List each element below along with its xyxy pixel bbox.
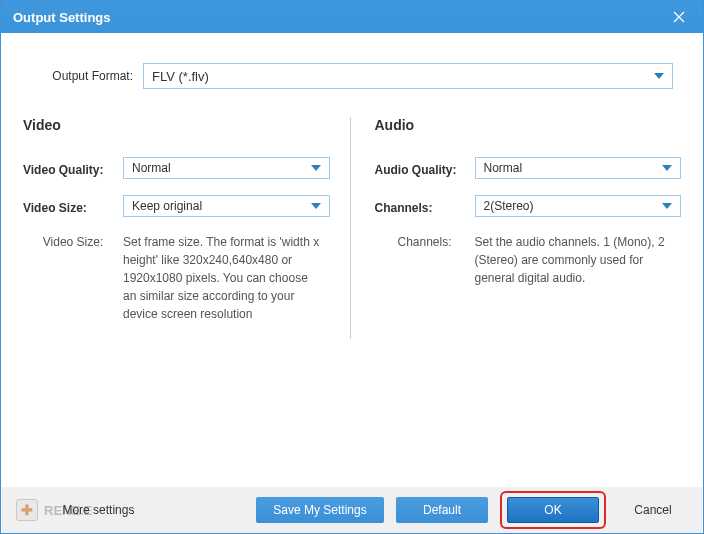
audio-section: Audio Audio Quality: Normal Channels: 2(… — [350, 117, 682, 339]
close-icon — [673, 11, 685, 23]
settings-columns: Video Video Quality: Normal Video Size: … — [23, 117, 681, 339]
video-size-select[interactable]: Keep original — [123, 195, 330, 217]
chevron-down-icon — [662, 203, 672, 209]
output-format-row: Output Format: FLV (*.flv) — [23, 63, 681, 89]
video-section: Video Video Quality: Normal Video Size: … — [23, 117, 350, 339]
video-heading: Video — [23, 117, 330, 133]
footer-buttons: Save My Settings Default OK Cancel — [256, 491, 688, 529]
video-quality-select[interactable]: Normal — [123, 157, 330, 179]
cancel-button[interactable]: Cancel — [618, 497, 688, 523]
channels-label: Channels: — [375, 197, 475, 215]
channels-description-row: Channels: Set the audio channels. 1 (Mon… — [375, 233, 682, 287]
chevron-down-icon — [654, 73, 664, 79]
video-size-description-row: Video Size: Set frame size. The format i… — [23, 233, 330, 323]
audio-quality-row: Audio Quality: Normal — [375, 157, 682, 179]
audio-quality-select[interactable]: Normal — [475, 157, 682, 179]
output-format-label: Output Format: — [23, 69, 143, 83]
channels-desc-text: Set the audio channels. 1 (Mono), 2 (Ste… — [475, 233, 682, 287]
chevron-down-icon — [311, 203, 321, 209]
ok-highlight: OK — [500, 491, 606, 529]
titlebar: Output Settings — [1, 1, 703, 33]
video-quality-label: Video Quality: — [23, 159, 123, 177]
output-format-select[interactable]: FLV (*.flv) — [143, 63, 673, 89]
video-size-row: Video Size: Keep original — [23, 195, 330, 217]
audio-quality-label: Audio Quality: — [375, 159, 475, 177]
video-size-label: Video Size: — [23, 197, 123, 215]
channels-desc-label: Channels: — [375, 233, 475, 249]
video-size-desc-text: Set frame size. The format is 'width x h… — [123, 233, 330, 323]
video-quality-value: Normal — [132, 161, 171, 175]
more-settings-link[interactable]: More settings — [62, 503, 134, 517]
channels-row: Channels: 2(Stereo) — [375, 195, 682, 217]
close-button[interactable] — [655, 1, 703, 33]
content-area: Output Format: FLV (*.flv) Video Video Q… — [1, 33, 703, 339]
chevron-down-icon — [311, 165, 321, 171]
default-button[interactable]: Default — [396, 497, 488, 523]
chevron-down-icon — [662, 165, 672, 171]
output-format-value: FLV (*.flv) — [152, 69, 209, 84]
save-my-settings-button[interactable]: Save My Settings — [256, 497, 384, 523]
footer-bar: ✚ RENE.E More settings Save My Settings … — [2, 487, 702, 533]
audio-heading: Audio — [375, 117, 682, 133]
audio-quality-value: Normal — [484, 161, 523, 175]
window-title: Output Settings — [13, 10, 111, 25]
logo-icon: ✚ — [16, 499, 38, 521]
ok-button[interactable]: OK — [507, 497, 599, 523]
channels-select[interactable]: 2(Stereo) — [475, 195, 682, 217]
video-quality-row: Video Quality: Normal — [23, 157, 330, 179]
channels-value: 2(Stereo) — [484, 199, 534, 213]
video-size-value: Keep original — [132, 199, 202, 213]
video-size-desc-label: Video Size: — [23, 233, 123, 249]
